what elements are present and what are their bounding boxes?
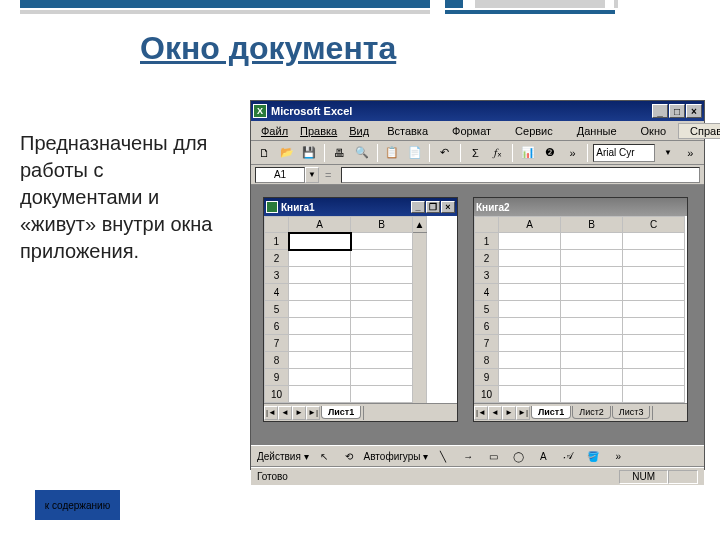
tab-prev-icon[interactable]: ◄: [488, 406, 502, 420]
decoration: [445, 0, 463, 8]
tab-next-icon[interactable]: ►: [292, 406, 306, 420]
status-bar: Готово NUM: [251, 467, 704, 485]
sum-icon[interactable]: Σ: [466, 143, 485, 163]
workbook1-title: Книга1: [281, 202, 315, 213]
wb1-close-button[interactable]: ×: [441, 201, 455, 213]
arrow-icon[interactable]: →: [458, 446, 478, 466]
line-icon[interactable]: ╲: [433, 446, 453, 466]
menu-bar: Файл Правка Вид Вставка Формат Сервис Да…: [251, 121, 704, 141]
formula-eq: =: [325, 169, 331, 181]
pointer-icon[interactable]: ↖: [314, 446, 334, 466]
font-dropdown-icon[interactable]: ▼: [658, 143, 677, 163]
name-box[interactable]: A1: [255, 167, 305, 183]
maximize-button[interactable]: □: [669, 104, 685, 118]
app-title: Microsoft Excel: [271, 105, 352, 117]
decoration: [614, 0, 618, 8]
print-icon[interactable]: 🖶: [330, 143, 349, 163]
menu-file[interactable]: Файл: [255, 123, 294, 139]
new-icon[interactable]: 🗋: [255, 143, 274, 163]
decoration: [20, 0, 430, 8]
wb1-restore-button[interactable]: ❐: [426, 201, 440, 213]
menu-window[interactable]: Окно: [629, 123, 679, 139]
help-icon[interactable]: ❷: [541, 143, 560, 163]
oval-icon[interactable]: ◯: [508, 446, 528, 466]
undo-icon[interactable]: ↶: [435, 143, 454, 163]
hscroll[interactable]: [363, 406, 457, 420]
paste-icon[interactable]: 📄: [405, 143, 424, 163]
tab-first-icon[interactable]: |◄: [264, 406, 278, 420]
font-selector[interactable]: Arial Cyr: [593, 144, 655, 162]
rotate-icon[interactable]: ⟲: [339, 446, 359, 466]
workbook2-sheet-tabs: |◄ ◄ ► ►| Лист1 Лист2 Лист3: [474, 403, 687, 421]
workbook-window-2: Книга2 ABC 1 2 3 4 5 6 7 8 9 10 11: [473, 197, 688, 422]
decoration: [445, 10, 615, 14]
sheet-tab[interactable]: Лист2: [572, 406, 611, 419]
menu-insert[interactable]: Вставка: [375, 123, 440, 139]
menu-view[interactable]: Вид: [343, 123, 375, 139]
status-ready: Готово: [257, 471, 288, 482]
tab-last-icon[interactable]: ►|: [306, 406, 320, 420]
slide-title: Окно документа: [140, 30, 396, 67]
wb1-min-button[interactable]: _: [411, 201, 425, 213]
cell-a1[interactable]: [289, 233, 351, 250]
menu-tools[interactable]: Сервис: [503, 123, 565, 139]
close-button[interactable]: ×: [686, 104, 702, 118]
menu-edit[interactable]: Правка: [294, 123, 343, 139]
save-icon[interactable]: 💾: [300, 143, 319, 163]
workbook2-titlebar: Книга2: [474, 198, 687, 216]
tab-prev-icon[interactable]: ◄: [278, 406, 292, 420]
name-box-dropdown[interactable]: ▼: [305, 167, 319, 183]
text-icon[interactable]: A: [533, 446, 553, 466]
sheet-tab[interactable]: Лист3: [612, 406, 651, 419]
fill-icon[interactable]: 🪣: [583, 446, 603, 466]
sheet-tab[interactable]: Лист1: [531, 406, 571, 419]
overflow2-icon[interactable]: »: [681, 143, 700, 163]
workbook1-grid[interactable]: AB▲ 1 2 3 4 5 6 7 8 9 10 11: [264, 216, 427, 403]
scroll-up-icon[interactable]: ▲: [413, 217, 427, 233]
copy-icon[interactable]: 📋: [383, 143, 402, 163]
workbook1-sheet-tabs: |◄ ◄ ► ►| Лист1: [264, 403, 457, 421]
tab-first-icon[interactable]: |◄: [474, 406, 488, 420]
excel-app-window: X Microsoft Excel _ □ × Файл Правка Вид …: [250, 100, 705, 470]
workbook-icon: [266, 201, 278, 213]
nav-to-contents-button[interactable]: к содержанию: [35, 490, 120, 520]
actions-menu[interactable]: Действия ▾: [257, 451, 309, 462]
wordart-icon[interactable]: 𝒜: [558, 446, 578, 466]
decoration: [475, 0, 605, 8]
formula-bar: A1 ▼ =: [251, 165, 704, 185]
overflow3-icon[interactable]: »: [608, 446, 628, 466]
menu-format[interactable]: Формат: [440, 123, 503, 139]
autoshapes-menu[interactable]: Автофигуры ▾: [364, 451, 429, 462]
workbook2-grid[interactable]: ABC 1 2 3 4 5 6 7 8 9 10 11: [474, 216, 685, 403]
formula-input[interactable]: [341, 167, 700, 183]
overflow-icon[interactable]: »: [563, 143, 582, 163]
tab-next-icon[interactable]: ►: [502, 406, 516, 420]
tab-last-icon[interactable]: ►|: [516, 406, 530, 420]
workbook1-titlebar: Книга1 _ ❐ ×: [264, 198, 457, 216]
hscroll[interactable]: [652, 406, 687, 420]
menu-data[interactable]: Данные: [565, 123, 629, 139]
fx-icon[interactable]: 𝑓ₓ: [488, 143, 507, 163]
drawing-toolbar: Действия ▾ ↖ ⟲ Автофигуры ▾ ╲ → ▭ ◯ A 𝒜 …: [251, 445, 704, 467]
rect-icon[interactable]: ▭: [483, 446, 503, 466]
decoration: [20, 10, 430, 14]
workbook2-title: Книга2: [476, 202, 510, 213]
status-empty: [668, 470, 698, 484]
slide-body: Предназначены для работы с документами и…: [20, 130, 230, 265]
preview-icon[interactable]: 🔍: [352, 143, 371, 163]
title-bar: X Microsoft Excel _ □ ×: [251, 101, 704, 121]
minimize-button[interactable]: _: [652, 104, 668, 118]
workbook-window-1: Книга1 _ ❐ × AB▲ 1 2 3 4 5 6 7 8 9: [263, 197, 458, 422]
menu-help[interactable]: Справка: [678, 123, 720, 139]
standard-toolbar: 🗋 📂 💾 🖶 🔍 📋 📄 ↶ Σ 𝑓ₓ 📊 ❷ » Arial Cyr ▼ »: [251, 141, 704, 165]
chart-icon[interactable]: 📊: [518, 143, 537, 163]
status-num: NUM: [619, 470, 668, 484]
sheet-tab[interactable]: Лист1: [321, 406, 361, 419]
open-icon[interactable]: 📂: [277, 143, 296, 163]
mdi-area: Книга1 _ ❐ × AB▲ 1 2 3 4 5 6 7 8 9: [251, 185, 704, 445]
vscroll[interactable]: [413, 233, 427, 404]
excel-icon: X: [253, 104, 267, 118]
